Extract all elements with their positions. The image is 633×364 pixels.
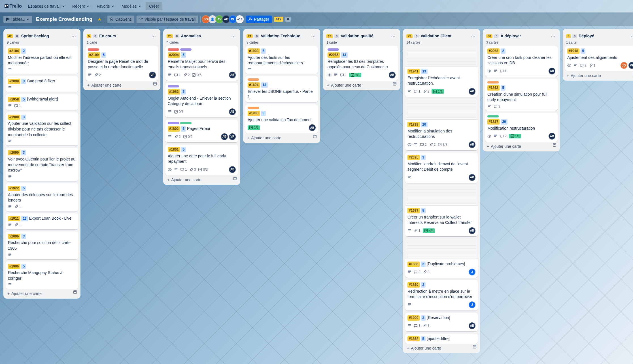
template-icon[interactable]: [72, 289, 78, 296]
card-member-avatar[interactable]: VP: [229, 133, 236, 140]
card-label[interactable]: [487, 115, 499, 117]
card-member-avatar[interactable]: AB: [469, 174, 475, 181]
card-member-avatar[interactable]: JO: [621, 62, 627, 69]
card[interactable]: #1911 13 Export Loan Book - Live1: [6, 213, 78, 229]
list-menu[interactable]: ⋯: [310, 32, 317, 40]
card[interactable]: #1993 5 Ajouter des tests sur les rembou…: [245, 46, 318, 74]
card-label[interactable]: [168, 85, 179, 87]
card-member-avatar[interactable]: AB: [309, 124, 316, 131]
template-icon[interactable]: [392, 81, 398, 88]
card[interactable]: #2090 3 Voir avec Quentin pour lier le p…: [6, 148, 78, 181]
card-member-avatar[interactable]: AB: [221, 133, 228, 140]
card-member-avatar[interactable]: AB: [389, 72, 396, 78]
card[interactable]: #2065 13 Remplacer les ID des templates …: [325, 46, 398, 81]
star-icon[interactable]: ★: [96, 16, 103, 23]
card-member-avatar[interactable]: VP: [628, 62, 633, 69]
card[interactable]: #1860 3 Redirection à mettre en place su…: [405, 280, 478, 311]
board-canvas[interactable]: 42 0 Sprint Backlog ⋯ 9 cartes #2104 2 M…: [0, 26, 633, 364]
card-member-avatar[interactable]: AB: [549, 68, 555, 74]
list-menu[interactable]: ⋯: [150, 32, 157, 40]
card[interactable]: #1922 5 Ajouter des colonnes sur l'expor…: [6, 183, 78, 211]
nav-favorites[interactable]: Favoris: [94, 2, 118, 10]
card[interactable]: #1958 5 [Withdrawal alert]1: [6, 94, 78, 110]
card[interactable]: #1918 5 Ajustement des alignements21JOVP: [565, 46, 633, 71]
card[interactable]: #1988 3 Ajouter une validation sur les c…: [6, 112, 78, 146]
avatar-more[interactable]: +16: [236, 15, 244, 23]
share-button[interactable]: Partager: [246, 16, 272, 23]
card-label[interactable]: [248, 78, 259, 81]
card[interactable]: #2096 3 Recherche pour solution de la ca…: [6, 232, 78, 259]
card[interactable]: #1861 5 Ajouter une date pour le full ea…: [165, 145, 238, 175]
add-card-button[interactable]: +Ajouter une carte: [485, 142, 551, 149]
card-label[interactable]: [88, 48, 99, 51]
card-member-avatar[interactable]: AB: [549, 133, 555, 140]
workspace-button[interactable]: CapSens: [107, 16, 134, 23]
list-menu[interactable]: ⋯: [390, 32, 397, 40]
card-label[interactable]: [180, 122, 192, 124]
card[interactable]: #2100 5 Designer la page Reset de mot de…: [86, 46, 158, 81]
card[interactable]: #1987 5 Créer un transfert sur le wallet…: [405, 185, 478, 236]
template-icon[interactable]: [152, 81, 158, 88]
card-member-avatar[interactable]: AB: [229, 72, 236, 78]
add-card-button[interactable]: +Ajouter une carte: [86, 81, 152, 88]
card-member-avatar[interactable]: AB: [229, 108, 236, 115]
card-member-avatar[interactable]: AB: [469, 88, 475, 95]
list-menu[interactable]: ⋯: [550, 32, 556, 40]
card-label[interactable]: [168, 122, 179, 124]
brand-logo[interactable]: Trello: [2, 2, 24, 10]
card-label[interactable]: [180, 48, 192, 51]
add-card-button[interactable]: +Ajouter une carte: [405, 344, 471, 351]
nav-workspaces[interactable]: Espaces de travail: [25, 2, 68, 10]
board-name[interactable]: Exemple Crowdlending: [34, 16, 94, 22]
list-menu[interactable]: ⋯: [70, 32, 77, 40]
card[interactable]: #1838 20 Modifier la simulation des rest…: [405, 99, 478, 150]
card[interactable]: #1980 3 Ajouter une validation Tax docum…: [245, 104, 318, 133]
card-member-avatar[interactable]: AB: [469, 141, 475, 148]
card[interactable]: #1694 13 Enlever les JSONB superflus - P…: [245, 76, 318, 102]
list-title[interactable]: Validation qualité: [341, 33, 388, 38]
add-card-button[interactable]: +Ajouter une carte: [245, 133, 312, 141]
card[interactable]: #1836 2 [Duplicate problemes]33J: [405, 239, 478, 278]
add-card-button[interactable]: +Ajouter une carte: [165, 175, 232, 183]
card-member-avatar[interactable]: AB: [469, 227, 475, 234]
list-title[interactable]: À déployer: [500, 33, 548, 38]
card[interactable]: #1941 13 Enregistrer l'échéancier avant-…: [405, 46, 478, 97]
add-card-button[interactable]: +Ajouter une carte: [6, 289, 72, 296]
card-member-avatar[interactable]: J: [469, 301, 475, 308]
card-label[interactable]: [168, 48, 179, 51]
card[interactable]: #1892 5 Pages Erreur20/2ABVP: [165, 120, 238, 142]
card-member-avatar[interactable]: J: [469, 269, 475, 275]
template-icon[interactable]: [551, 142, 558, 149]
card[interactable]: #1982 5 Onglet Autolend - Enlever la sec…: [165, 83, 238, 117]
template-icon[interactable]: [631, 71, 633, 78]
list-title[interactable]: En cours: [99, 33, 148, 38]
card-label[interactable]: [487, 81, 499, 83]
card[interactable]: #1906 5 Recherche Mangopay Status à corr…: [6, 262, 78, 289]
template-icon[interactable]: [312, 133, 318, 141]
list-menu[interactable]: ⋯: [630, 32, 633, 40]
template-icon[interactable]: [232, 175, 238, 183]
list-title[interactable]: Déployé: [579, 33, 628, 38]
visibility-button[interactable]: Visible par l'espace de travail: [137, 16, 198, 23]
list-menu[interactable]: ⋯: [230, 32, 237, 40]
nav-recent[interactable]: Récent: [69, 2, 93, 10]
member-avatars[interactable]: JO 👤 AV AB DL +16: [203, 15, 244, 23]
nav-create[interactable]: Créer: [146, 2, 162, 10]
view-switcher[interactable]: Tableau: [3, 16, 32, 23]
card-member-avatar[interactable]: AB: [229, 166, 236, 173]
add-card-button[interactable]: +Ajouter une carte: [565, 71, 631, 78]
card-label[interactable]: [328, 48, 339, 51]
card[interactable]: #2063 2 Créer une cron task pour cleaner…: [485, 46, 558, 77]
list-title[interactable]: Validation Technique: [261, 33, 308, 38]
list-title[interactable]: Anomalies: [181, 33, 228, 38]
card[interactable]: #1862 5 Création d'une simulation pour f…: [485, 79, 558, 111]
card[interactable]: #2104 2 Modifier l'adresse partout où el…: [6, 46, 78, 74]
card[interactable]: #1868 5 [ajouter filtre]: [405, 334, 478, 344]
card[interactable]: #2098 3 Bug prod à fixer: [6, 76, 78, 92]
card[interactable]: #2025 3 Modifier l'endroit d'envoi de l'…: [405, 153, 478, 183]
card[interactable]: #1909 3 [Reservation]11AB: [405, 313, 478, 331]
card[interactable]: #1837 20 Modification restructuration21/…: [485, 113, 558, 142]
nav-templates[interactable]: Modèles: [119, 2, 145, 10]
card-member-avatar[interactable]: AB: [469, 322, 475, 329]
card[interactable]: #2094 5 Remettre Mailjet pour l'envoi de…: [165, 46, 238, 81]
